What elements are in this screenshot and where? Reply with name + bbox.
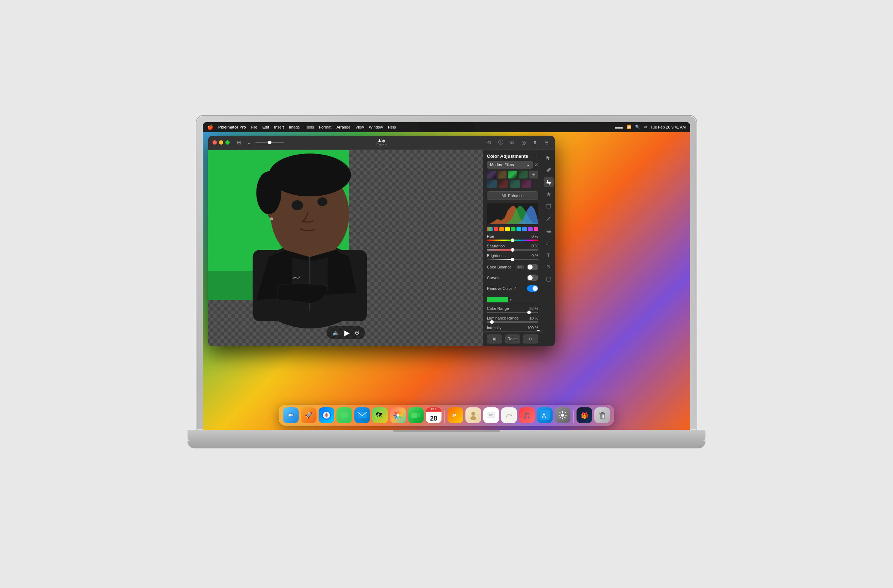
refresh-icon[interactable]: ↺ <box>513 286 517 291</box>
text-tool[interactable]: T <box>544 250 554 260</box>
preset-thumb-2[interactable] <box>498 171 507 178</box>
preset-thumb-5[interactable] <box>487 180 497 188</box>
apple-logo-icon[interactable]: 🍎 <box>207 124 213 130</box>
channel-cyan[interactable] <box>517 227 521 231</box>
maximize-button[interactable] <box>226 140 230 145</box>
dock-contacts[interactable] <box>465 407 481 423</box>
layers-button[interactable]: ⊞ <box>487 334 502 344</box>
preset-thumb-1[interactable] <box>487 171 496 178</box>
menu-image[interactable]: Image <box>289 125 300 129</box>
swatch-expand-icon[interactable]: ▸ <box>510 297 512 302</box>
reset-button[interactable]: Reset <box>505 334 520 344</box>
arrange-icon[interactable]: ⊟ <box>543 138 550 146</box>
panel-plus-icon[interactable]: + <box>535 153 538 159</box>
ml-enhance-button[interactable]: ML Enhance <box>487 191 538 200</box>
channel-orange[interactable] <box>499 227 504 231</box>
info-icon[interactable]: ⓘ <box>497 138 505 146</box>
zoom-slider[interactable] <box>256 142 284 143</box>
preset-thumb-8[interactable] <box>521 180 531 188</box>
eyedropper-tool[interactable] <box>544 238 554 248</box>
dock-wrapped[interactable]: 🎁 <box>577 407 592 423</box>
color-range-thumb[interactable] <box>527 310 531 314</box>
channel-purple[interactable] <box>528 227 532 231</box>
dock-pixelmator[interactable]: P <box>448 407 463 423</box>
zoom-slider-thumb[interactable] <box>268 141 272 144</box>
hue-slider-thumb[interactable] <box>511 238 514 242</box>
remove-color-toggle[interactable] <box>527 285 538 292</box>
dock-facetime[interactable] <box>408 407 424 423</box>
control-center-icon[interactable]: ⊕ <box>644 124 647 129</box>
preset-thumb-4[interactable] <box>519 171 528 178</box>
share-icon[interactable]: ⊙ <box>486 138 493 146</box>
star-tool[interactable] <box>544 189 554 199</box>
volume-icon[interactable]: 🔈 <box>332 329 339 336</box>
dock-freeform[interactable] <box>501 407 517 423</box>
curves-toggle[interactable] <box>527 274 538 281</box>
brightness-slider-thumb[interactable] <box>511 258 514 261</box>
intensity-thumb[interactable] <box>537 330 540 331</box>
crop-tool[interactable] <box>544 201 554 212</box>
dock-safari[interactable] <box>319 407 334 423</box>
app-name-menu[interactable]: Pixelmator Pro <box>218 125 246 129</box>
dock-settings[interactable] <box>555 407 570 423</box>
color-balance-toggle[interactable] <box>527 264 538 270</box>
menu-window[interactable]: Window <box>369 125 383 129</box>
shape-tool[interactable] <box>544 274 554 284</box>
dock-calendar[interactable]: FEB 28 <box>426 407 442 423</box>
brightness-slider[interactable] <box>487 259 538 260</box>
dock-trash[interactable] <box>594 407 610 423</box>
panel-options-icon[interactable]: ⊝ <box>523 334 538 344</box>
dock-appstore[interactable]: A <box>537 407 553 423</box>
saturation-slider[interactable] <box>487 249 538 250</box>
select-tool[interactable] <box>544 153 554 163</box>
zoom-tool[interactable] <box>544 262 554 272</box>
color-swatch[interactable] <box>487 297 508 302</box>
mask-icon[interactable]: ◎ <box>520 138 528 146</box>
luminance-thumb[interactable] <box>490 320 494 324</box>
menu-file[interactable]: File <box>251 125 257 129</box>
channel-blue[interactable] <box>522 227 527 231</box>
preset-thumb-6[interactable] <box>498 180 508 188</box>
dock-maps[interactable]: 🗺 <box>372 407 388 423</box>
menu-format[interactable]: Format <box>319 125 331 129</box>
close-media-icon[interactable]: ⊝ <box>355 329 359 336</box>
channel-rgb[interactable] <box>487 227 493 231</box>
canvas-area[interactable]: 🔈 ▶ ⊝ <box>208 150 483 346</box>
dock-mail[interactable] <box>354 407 370 423</box>
dock-finder[interactable] <box>283 407 299 423</box>
channel-yellow[interactable] <box>505 227 510 231</box>
hue-slider[interactable] <box>487 240 538 241</box>
channel-magenta[interactable] <box>534 227 538 231</box>
export-icon[interactable]: ⬆ <box>531 138 539 146</box>
adjustments-tool[interactable] <box>544 177 554 187</box>
menu-edit[interactable]: Edit <box>262 125 269 129</box>
add-preset-button[interactable]: + <box>529 171 538 178</box>
menu-view[interactable]: View <box>355 125 364 129</box>
menu-help[interactable]: Help <box>388 125 396 129</box>
saturation-slider-thumb[interactable] <box>511 248 514 252</box>
preset-dropdown[interactable]: Modern Films ⌄ <box>487 161 533 168</box>
dock-photos[interactable] <box>390 407 406 423</box>
search-icon[interactable]: 🔍 <box>635 124 640 129</box>
layout-icon[interactable]: ⊞ <box>235 139 242 146</box>
menu-insert[interactable]: Insert <box>274 125 284 129</box>
preset-thumb-3[interactable] <box>508 171 517 178</box>
play-button[interactable]: ▶ <box>344 328 350 337</box>
brush-tool[interactable] <box>544 213 554 224</box>
channel-red[interactable] <box>494 227 498 231</box>
paint-tool[interactable] <box>544 165 554 175</box>
luminance-slider[interactable] <box>487 321 538 323</box>
channel-green[interactable] <box>511 227 516 231</box>
copy-icon[interactable]: ⧉ <box>508 138 516 146</box>
dock-reminders[interactable] <box>483 407 499 423</box>
color-range-slider[interactable] <box>487 312 538 313</box>
menu-tools[interactable]: Tools <box>305 125 314 129</box>
minimize-button[interactable] <box>219 140 223 145</box>
expand-icon[interactable]: ⌄ <box>245 139 253 146</box>
dock-launchpad[interactable]: 🚀 <box>301 407 316 423</box>
menu-arrange[interactable]: Arrange <box>337 125 350 129</box>
dock-music[interactable]: 🎵 <box>519 407 535 423</box>
close-button[interactable] <box>212 140 217 145</box>
preset-close-icon[interactable]: ✕ <box>534 162 538 168</box>
dock-messages[interactable] <box>337 407 352 423</box>
